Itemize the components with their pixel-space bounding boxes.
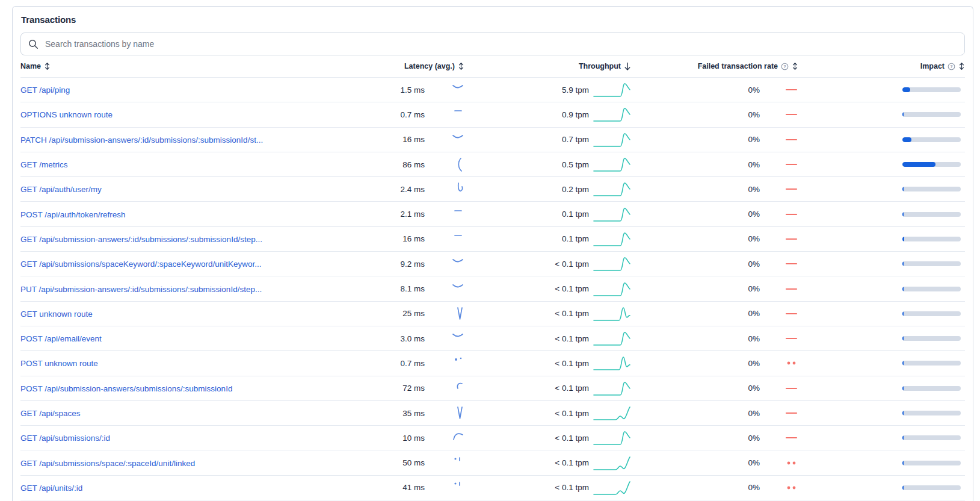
transaction-link[interactable]: GET unknown route xyxy=(20,310,93,319)
transaction-link[interactable]: GET /api/units/:id xyxy=(20,484,82,493)
throughput-value: < 0.1 tpm xyxy=(555,458,589,467)
table-row: GET /metrics86 ms0.5 tpm0% xyxy=(20,152,965,177)
sort-icon[interactable] xyxy=(958,62,965,70)
transaction-link[interactable]: GET /api/ping xyxy=(20,86,70,95)
transaction-link[interactable]: GET /api/submission-answers/:id/submissi… xyxy=(20,235,262,244)
failed-sparkline xyxy=(760,157,798,172)
impact-cell xyxy=(798,137,965,142)
impact-bar xyxy=(902,212,961,217)
transaction-link[interactable]: PATCH /api/submission-answers/:id/submis… xyxy=(20,135,263,145)
throughput-cell: 0.7 tpm xyxy=(464,132,631,148)
column-header-latency-avg[interactable]: Latency (avg.) xyxy=(335,62,464,70)
transaction-link[interactable]: POST /api/auth/token/refresh xyxy=(20,210,126,219)
failed-sparkline xyxy=(760,405,798,421)
impact-bar-fill xyxy=(902,461,904,465)
column-header-name[interactable]: Name xyxy=(20,62,335,70)
failed-rate-cell: 0% xyxy=(631,107,798,122)
sort-desc-icon[interactable] xyxy=(624,62,631,71)
throughput-sparkline xyxy=(593,256,631,272)
sort-icon[interactable] xyxy=(792,62,798,70)
throughput-sparkline xyxy=(593,405,631,421)
transaction-link[interactable]: PUT /api/submission-answers/:id/submissi… xyxy=(20,285,262,294)
impact-bar xyxy=(902,187,961,191)
latency-sparkline xyxy=(451,82,464,98)
name-cell: POST unknown route xyxy=(20,358,335,369)
failed-sparkline xyxy=(760,207,798,222)
latency-sparkline xyxy=(451,157,464,172)
throughput-value: 0.7 tpm xyxy=(562,135,589,144)
throughput-sparkline xyxy=(593,480,631,496)
transaction-link[interactable]: GET /api/submissions/space/:spaceId/unit… xyxy=(20,459,195,468)
transaction-link[interactable]: GET /api/submissions/spaceKeyword/:space… xyxy=(20,260,261,269)
latency-cell: 10 ms xyxy=(335,430,464,446)
sort-icon[interactable] xyxy=(458,62,464,70)
name-cell: GET /api/auth/user/my xyxy=(20,184,335,194)
throughput-value: 0.1 tpm xyxy=(562,234,589,243)
failed-rate-cell: 0% xyxy=(631,281,798,297)
impact-cell xyxy=(798,336,965,341)
throughput-sparkline xyxy=(593,181,631,197)
throughput-sparkline xyxy=(593,306,631,322)
impact-bar-fill xyxy=(902,87,910,92)
throughput-cell: < 0.1 tpm xyxy=(464,405,631,421)
question-in-circle-icon[interactable]: ? xyxy=(781,63,789,70)
throughput-value: 0.9 tpm xyxy=(562,110,589,119)
svg-text:?: ? xyxy=(783,64,786,69)
failed-rate-cell: 0% xyxy=(631,207,798,222)
failed-sparkline xyxy=(760,331,798,346)
failed-rate-cell: 0% xyxy=(631,355,798,371)
impact-bar-fill xyxy=(902,212,904,217)
failed-sparkline xyxy=(760,430,798,446)
failed-rate-value: 0% xyxy=(748,359,760,368)
latency-sparkline xyxy=(451,355,464,371)
throughput-sparkline xyxy=(593,381,631,396)
throughput-value: < 0.1 tpm xyxy=(555,334,589,343)
throughput-value: < 0.1 tpm xyxy=(555,359,589,368)
impact-bar-fill xyxy=(902,237,904,241)
transaction-link[interactable]: GET /api/spaces xyxy=(20,409,81,418)
impact-bar xyxy=(902,386,961,391)
throughput-cell: < 0.1 tpm xyxy=(464,331,631,346)
transaction-link[interactable]: POST unknown route xyxy=(20,359,98,368)
transaction-link[interactable]: GET /api/submissions/:id xyxy=(20,434,110,443)
latency-sparkline xyxy=(451,231,464,247)
latency-cell: 86 ms xyxy=(335,157,464,172)
name-cell: PATCH /api/submission-answers/:id/submis… xyxy=(20,134,335,145)
column-header-failed-transaction-rate[interactable]: Failed transaction rate? xyxy=(631,62,798,70)
impact-bar xyxy=(902,137,961,142)
transaction-link[interactable]: OPTIONS unknown route xyxy=(20,110,112,119)
latency-sparkline xyxy=(451,430,464,446)
throughput-sparkline xyxy=(593,231,631,247)
impact-bar xyxy=(902,237,961,241)
impact-bar-fill xyxy=(902,485,904,490)
transaction-link[interactable]: POST /api/email/event xyxy=(20,334,102,343)
latency-value: 72 ms xyxy=(402,384,425,393)
latency-sparkline xyxy=(451,132,464,148)
column-header-throughput[interactable]: Throughput xyxy=(464,62,631,71)
transaction-link[interactable]: POST /api/submission-answers/submissions… xyxy=(20,384,232,393)
latency-cell: 1.5 ms xyxy=(335,82,464,98)
throughput-sparkline xyxy=(593,132,631,148)
throughput-value: < 0.1 tpm xyxy=(555,434,589,443)
column-label: Latency (avg.) xyxy=(404,62,455,70)
impact-cell xyxy=(798,386,965,391)
latency-cell: 41 ms xyxy=(335,480,464,496)
question-in-circle-icon[interactable]: ? xyxy=(948,63,955,70)
throughput-sparkline xyxy=(593,207,631,222)
failed-rate-value: 0% xyxy=(748,309,760,318)
sort-icon[interactable] xyxy=(44,62,51,70)
transaction-link[interactable]: GET /api/auth/user/my xyxy=(20,185,102,194)
failed-rate-value: 0% xyxy=(748,434,760,443)
throughput-value: 0.1 tpm xyxy=(562,210,589,219)
throughput-cell: 0.2 tpm xyxy=(464,181,631,197)
failed-rate-cell: 0% xyxy=(631,480,798,496)
throughput-value: < 0.1 tpm xyxy=(555,284,589,293)
column-header-impact[interactable]: Impact? xyxy=(798,62,965,70)
search-input[interactable] xyxy=(44,39,957,49)
failed-rate-value: 0% xyxy=(748,334,760,343)
failed-rate-value: 0% xyxy=(748,160,760,169)
impact-bar-fill xyxy=(902,162,935,167)
transaction-link[interactable]: GET /metrics xyxy=(20,160,68,169)
failed-sparkline xyxy=(760,256,798,272)
impact-bar xyxy=(902,87,961,92)
